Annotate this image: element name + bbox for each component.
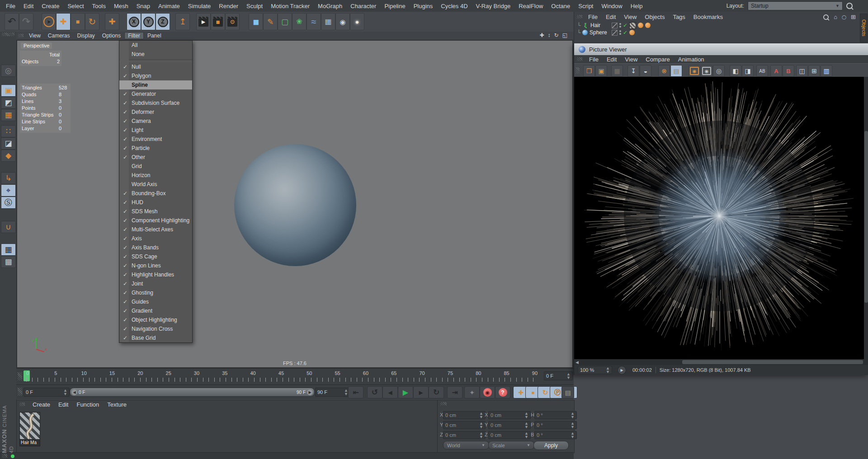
filmstrip-button[interactable]: ▥ <box>821 65 832 77</box>
vertical-scrollbar[interactable] <box>864 77 868 359</box>
edges-mode-button[interactable]: ◪ <box>1 137 16 150</box>
menubar-item-create[interactable]: Create <box>38 2 63 10</box>
filter-oval-icon[interactable]: ◯ <box>842 15 846 19</box>
render-picture-viewer-button[interactable]: ◼ <box>211 13 225 30</box>
make-editable-button[interactable]: ◎ <box>1 65 16 77</box>
compare-ab-button[interactable]: AB <box>756 65 768 77</box>
enabled-check-icon[interactable]: ✓ <box>623 22 627 28</box>
picture-viewer-menu-edit[interactable]: Edit <box>603 55 621 64</box>
filter-item-component-highlighting[interactable]: ✓Component Highlighting <box>119 216 192 225</box>
home-icon[interactable]: ⌂ <box>834 14 837 20</box>
scale-button[interactable]: ■ <box>71 13 85 30</box>
deformer-button[interactable]: ≈ <box>307 13 321 30</box>
picture-viewer-titlebar[interactable]: Picture Viewer <box>574 43 868 55</box>
layer-chip-icon[interactable] <box>612 30 618 36</box>
scroll-left-icon[interactable]: ◀ <box>574 359 580 365</box>
save-image-button[interactable]: ▣ <box>595 65 607 77</box>
filter-item-base-grid[interactable]: ✓Base Grid <box>119 333 192 342</box>
texture-mode-button[interactable]: ◩ <box>1 97 16 109</box>
viewport-camera-label[interactable]: Perspective <box>21 42 52 49</box>
position-x-field[interactable]: 0 cm▲▼ <box>443 411 486 419</box>
zoom-level-field[interactable]: 100 %▲▼ <box>578 366 612 374</box>
filter-item-highlight-handles[interactable]: ✓Highlight Handles <box>119 270 192 279</box>
menubar-item-motion-tracker[interactable]: Motion Tracker <box>267 2 314 10</box>
menubar-item-render[interactable]: Render <box>215 2 242 10</box>
picture-viewer-menu-file[interactable]: File <box>585 55 603 64</box>
horizontal-scrollbar[interactable]: ◀ <box>574 359 868 365</box>
menubar-item-character[interactable]: Character <box>346 2 380 10</box>
rendered-image[interactable] <box>574 77 864 359</box>
viewport-menu-filter[interactable]: Filter <box>124 32 144 39</box>
filter-item-sds-mesh[interactable]: ✓SDS Mesh <box>119 207 192 216</box>
compare-left-button[interactable]: ◧ <box>730 65 741 77</box>
spinner-icon[interactable]: ▲▼ <box>479 422 483 429</box>
picture-viewer-menu-view[interactable]: View <box>621 55 642 64</box>
filter-item-gradient[interactable]: ✓Gradient <box>119 306 192 315</box>
polygons-mode-button[interactable]: ◆ <box>1 150 16 162</box>
filter-item-multi-select-axes[interactable]: ✓Multi-Select Axes <box>119 225 192 234</box>
image-manager-button[interactable]: ▤ <box>670 65 682 77</box>
phong-tag-icon[interactable] <box>645 23 651 28</box>
range-start-handle[interactable]: ◀ <box>71 389 77 395</box>
position-z-field[interactable]: 0 cm▲▼ <box>443 431 486 439</box>
object-manager-menu-objects[interactable]: Objects <box>641 13 669 21</box>
layer-chip-icon[interactable] <box>612 23 618 28</box>
filter-item-axis[interactable]: ✓Axis <box>119 234 192 243</box>
move-button[interactable]: ✚ <box>56 13 71 30</box>
spinner-icon[interactable]: ▲▼ <box>479 431 483 439</box>
menubar-item-pipeline[interactable]: Pipeline <box>380 2 409 10</box>
filter-item-null[interactable]: ✓Null <box>119 62 192 71</box>
subdivision-surface-button[interactable]: ▢ <box>278 13 292 30</box>
filter-item-other[interactable]: ✓Other <box>119 153 192 162</box>
menubar-item-script[interactable]: Script <box>574 2 597 10</box>
spinner-icon[interactable]: ▲▼ <box>524 412 528 419</box>
sphere-object[interactable] <box>234 144 356 266</box>
prev-frame-button[interactable]: ◀ <box>382 386 398 398</box>
floor-button[interactable]: ▦ <box>321 13 335 30</box>
filter-item-light[interactable]: ✓Light <box>119 126 192 135</box>
layer-down-button[interactable]: ↧ <box>627 65 639 77</box>
filter-item-axis-bands[interactable]: ✓Axis Bands <box>119 243 192 252</box>
material-thumbnail[interactable]: Hair Ma <box>19 412 40 446</box>
menubar-item-simulate[interactable]: Simulate <box>184 2 215 10</box>
panel-grip[interactable] <box>576 67 580 74</box>
axis-x-button[interactable]: X <box>127 13 141 30</box>
picture-viewer-menu-compare[interactable]: Compare <box>642 55 674 64</box>
phong-tag-icon[interactable] <box>629 30 635 35</box>
axis-z-button[interactable]: Z <box>156 13 170 30</box>
alpha-down-button[interactable]: ◒ <box>640 65 651 77</box>
next-frame-button[interactable]: ▶ <box>413 386 429 398</box>
timeline-ruler[interactable]: 051015202530354045505560657075808590 0 F… <box>16 368 574 385</box>
filter-item-spline[interactable]: Spline <box>119 80 192 89</box>
play-button[interactable]: ▶ <box>398 386 413 398</box>
horizontal-scroll-thumb[interactable] <box>682 360 863 364</box>
live-selection-button[interactable]: ➤ <box>42 13 56 30</box>
object-manager-menu-view[interactable]: View <box>620 13 641 21</box>
spinner-icon[interactable]: ▲▼ <box>479 412 483 419</box>
filter-item-generator[interactable]: ✓Generator <box>119 89 192 98</box>
menubar-item-cycles-4d[interactable]: Cycles 4D <box>437 2 472 10</box>
viewport-canvas[interactable]: Perspective Total Objects 2 Triangles528… <box>16 40 573 368</box>
viewport-menu-options[interactable]: Options <box>99 32 124 39</box>
model-mode-button[interactable]: ▣ <box>1 84 16 97</box>
view-b-button[interactable]: ◉ <box>701 65 712 77</box>
filter-item-world-axis[interactable]: World Axis <box>119 180 192 189</box>
layout-dropdown[interactable]: Startup ▼ <box>748 1 843 10</box>
record-objects-button[interactable]: ✦ <box>464 386 480 398</box>
menubar-item-snap[interactable]: Snap <box>132 2 154 10</box>
filter-item-joint[interactable]: ✓Joint <box>119 279 192 288</box>
material-menu-function[interactable]: Function <box>72 400 103 409</box>
goto-end-button[interactable]: ⇥ <box>447 386 462 398</box>
filter-item-horizon[interactable]: Horizon <box>119 171 192 180</box>
viewport-menu-display[interactable]: Display <box>73 32 98 39</box>
add-cube-button[interactable]: ◼ <box>249 13 263 30</box>
panel-grip[interactable] <box>18 388 22 396</box>
panel-grip[interactable] <box>2 454 7 458</box>
render-view-button[interactable]: ▶ <box>196 13 211 30</box>
object-manager-menu-file[interactable]: File <box>584 13 602 21</box>
delete-image-button[interactable]: ⊗ <box>658 65 670 77</box>
filter-item-grid[interactable]: Grid <box>119 162 192 171</box>
apply-button[interactable]: Apply <box>533 441 569 450</box>
spinner-icon[interactable]: ▲▼ <box>571 422 575 429</box>
menubar-item-v-ray-bridge[interactable]: V-Ray Bridge <box>472 2 515 10</box>
